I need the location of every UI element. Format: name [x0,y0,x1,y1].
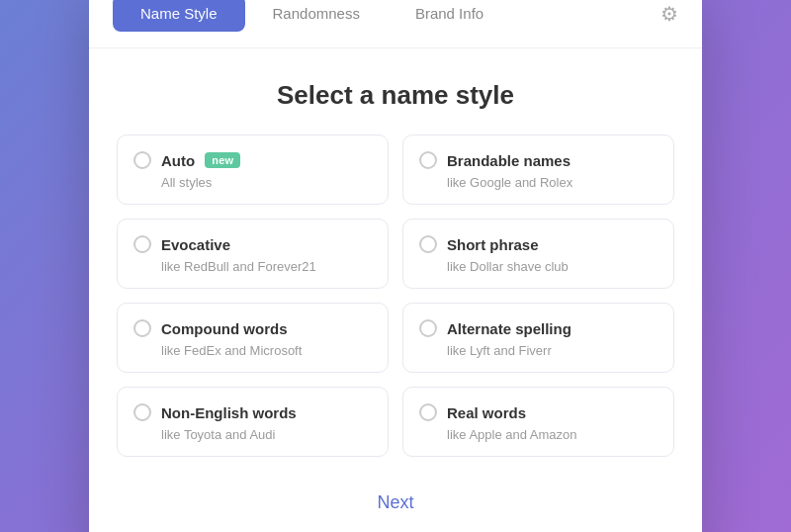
option-non-english-name: Non-English words [161,404,297,421]
settings-button[interactable]: ⚙ [660,2,678,26]
next-button[interactable]: Next [337,485,453,521]
option-evocative[interactable]: Evocative like RedBull and Forever21 [117,219,389,289]
option-alternate[interactable]: Alternate spelling like Lyft and Fiverr [402,303,674,373]
tab-brand-info[interactable]: Brand Info [388,0,511,32]
option-short-phrase-name: Short phrase [447,236,539,253]
radio-alternate[interactable] [419,319,437,337]
option-evocative-name: Evocative [161,236,230,253]
option-auto-name: Auto [161,152,195,169]
option-auto-header: Auto new [133,151,372,169]
option-alternate-name: Alternate spelling [447,320,571,337]
option-compound-name: Compound words [161,320,288,337]
options-grid: Auto new All styles Brandable names like… [89,134,702,457]
gear-icon: ⚙ [660,2,678,26]
option-brandable[interactable]: Brandable names like Google and Rolex [402,134,674,205]
option-real-words-desc: like Apple and Amazon [419,427,658,442]
option-non-english-header: Non-English words [133,403,372,421]
option-evocative-header: Evocative [133,235,372,253]
tab-bar: Name Style Randomness Brand Info ⚙ [89,0,702,48]
option-brandable-desc: like Google and Rolex [419,175,658,190]
tab-name-style[interactable]: Name Style [113,0,245,32]
option-compound-header: Compound words [133,319,372,337]
radio-compound[interactable] [133,319,151,337]
option-evocative-desc: like RedBull and Forever21 [133,259,372,274]
option-alternate-desc: like Lyft and Fiverr [419,343,658,358]
option-alternate-header: Alternate spelling [419,319,658,337]
option-short-phrase-header: Short phrase [419,235,658,253]
option-brandable-name: Brandable names [447,152,571,169]
modal-container: Name Style Randomness Brand Info ⚙ Selec… [89,0,702,532]
option-real-words[interactable]: Real words like Apple and Amazon [402,387,674,457]
radio-non-english[interactable] [133,403,151,421]
option-compound-desc: like FedEx and Microsoft [133,343,372,358]
radio-auto[interactable] [133,151,151,169]
option-compound[interactable]: Compound words like FedEx and Microsoft [117,303,389,373]
option-non-english[interactable]: Non-English words like Toyota and Audi [117,387,389,457]
option-real-words-name: Real words [447,404,526,421]
auto-new-badge: new [205,152,240,168]
tab-randomness[interactable]: Randomness [245,0,388,32]
option-short-phrase-desc: like Dollar shave club [419,259,658,274]
option-brandable-header: Brandable names [419,151,658,169]
option-non-english-desc: like Toyota and Audi [133,427,372,442]
option-real-words-header: Real words [419,403,658,421]
radio-short-phrase[interactable] [419,235,437,253]
radio-evocative[interactable] [133,235,151,253]
option-short-phrase[interactable]: Short phrase like Dollar shave club [402,219,674,289]
page-title: Select a name style [89,48,702,134]
radio-brandable[interactable] [419,151,437,169]
option-auto-desc: All styles [133,175,372,190]
option-auto[interactable]: Auto new All styles [117,134,389,205]
radio-real-words[interactable] [419,403,437,421]
